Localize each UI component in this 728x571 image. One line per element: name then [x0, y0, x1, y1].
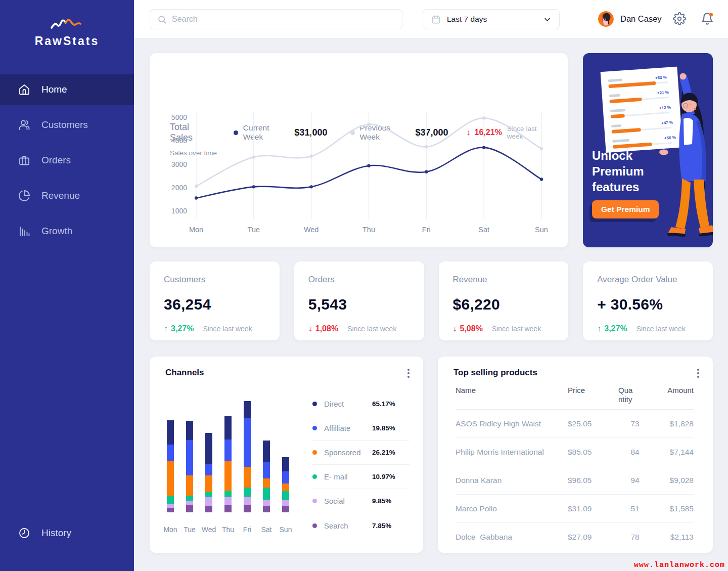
stat-card-revenue: Revenue$6,220↓5,08%Since last week [439, 261, 569, 340]
sidebar-item-orders[interactable]: Orders [0, 145, 134, 175]
app-root: RawStats HomeCustomersOrdersRevenueGrowt… [0, 0, 728, 571]
bar-segment-direct [282, 457, 289, 471]
notifications-button[interactable] [701, 12, 714, 25]
bar-segment-social [263, 500, 270, 506]
channels-bar-tue [180, 399, 199, 512]
svg-text:+63 %: +63 % [655, 75, 666, 80]
product-row: Dolce Gabbana$27.0978$2,113 [456, 523, 694, 551]
bar-segment-email [224, 491, 232, 497]
avatar[interactable] [598, 11, 614, 27]
svg-text:Wed: Wed [304, 226, 319, 234]
bar-segment-social [186, 501, 193, 505]
svg-text:5000: 5000 [171, 113, 187, 121]
bar-segment-social [224, 497, 232, 505]
products-menu-button[interactable] [694, 369, 703, 379]
bar-segment-direct [205, 433, 212, 464]
bar-segment-affilliate [263, 462, 270, 478]
products-title: Top selling products [453, 368, 537, 378]
logo-text: RawStats [0, 34, 134, 48]
channels-legend-affilliate: Affilliate19.85% [312, 416, 410, 441]
products-table: NamePriceQua ntityAmount ASOS Ridley Hig… [456, 386, 694, 551]
stat-card-average-order-value: Average Order Value+ 30.56%↑3,27%Since l… [583, 261, 713, 340]
products-table-header: NamePriceQua ntityAmount [456, 386, 694, 410]
premium-heading: Unlock Premium features [592, 148, 673, 195]
bell-icon [701, 12, 714, 25]
topbar: Last 7 days Dan Casey [134, 0, 728, 38]
clock-icon [18, 527, 30, 539]
channels-title: Channels [165, 368, 204, 378]
stat-value: $6,220 [453, 296, 555, 313]
watermark: www.lanlanwork.com [634, 561, 725, 569]
users-icon [18, 119, 30, 131]
channels-bar-thu [218, 399, 238, 512]
briefcase-icon [18, 154, 30, 166]
product-row: Donna Karan$96.0594$9,028 [456, 466, 694, 495]
sidebar-footer: History [0, 518, 134, 553]
svg-text:4000: 4000 [171, 137, 187, 145]
product-row: Philip Morris International$85.0584$7,14… [456, 438, 694, 466]
premium-card: +63 % +21 % +12 % +47 % [583, 53, 713, 247]
svg-text:Sat: Sat [478, 226, 489, 234]
top-selling-products-card: Top selling products NamePriceQua ntityA… [438, 357, 713, 553]
svg-text:+56 %: +56 % [664, 135, 676, 141]
sidebar-item-home[interactable]: Home [0, 74, 134, 105]
bar-segment-affilliate [167, 445, 174, 461]
channels-x-label: Wed [199, 525, 218, 534]
bar-segment-email [282, 491, 289, 500]
channels-bar-chart [161, 399, 295, 512]
sidebar-item-revenue[interactable]: Revenue [0, 181, 134, 211]
svg-text:1000: 1000 [171, 207, 187, 215]
channels-legend-sponsored: Sponsored26.21% [312, 441, 410, 465]
total-sales-card: Total Sales Current Week $31,000 Previou… [150, 53, 568, 247]
svg-text:Fri: Fri [422, 226, 431, 234]
bar-segment-affilliate [224, 440, 232, 461]
product-row: Marco Pollo$31.0951$1,585 [456, 495, 694, 523]
channels-x-label: Sun [276, 525, 295, 534]
bar-segment-search [167, 508, 174, 512]
svg-text:Thu: Thu [362, 226, 375, 234]
channels-bar-fri [238, 399, 257, 512]
sidebar-nav: HomeCustomersOrdersRevenueGrowth [0, 74, 134, 251]
search-input[interactable] [172, 15, 402, 24]
bar-segment-affilliate [186, 440, 193, 475]
sidebar-item-history[interactable]: History [0, 518, 134, 548]
bar-segment-sponsored [282, 484, 289, 491]
sidebar-item-customers[interactable]: Customers [0, 110, 134, 140]
svg-text:3000: 3000 [171, 160, 187, 168]
product-row: ASOS Ridley High Waist$25.0573$1,828 [456, 410, 694, 438]
bars-icon [18, 225, 30, 237]
bar-segment-search [224, 505, 232, 512]
notification-dot [709, 13, 713, 16]
stat-card-orders: Orders5,543↓1,08%Since last week [294, 261, 424, 340]
bar-segment-sponsored [263, 478, 270, 488]
sidebar: RawStats HomeCustomersOrdersRevenueGrowt… [0, 0, 134, 571]
bar-segment-social [244, 497, 251, 505]
stat-value: 5,543 [308, 296, 410, 313]
channels-legend-email: E- mail10.97% [312, 465, 410, 489]
date-range-select[interactable]: Last 7 days [423, 9, 560, 29]
channels-legend-search: Search7.85% [312, 513, 410, 538]
date-range-value: Last 7 days [447, 15, 487, 24]
bar-segment-sponsored [186, 475, 193, 496]
bar-segment-sponsored [167, 461, 174, 496]
channels-x-label: Sat [257, 525, 276, 534]
channels-bar-sat [257, 399, 276, 512]
channels-x-label: Thu [218, 525, 238, 534]
channels-legend-social: Social9.85% [312, 489, 410, 513]
column-header-price: Price [568, 386, 618, 395]
products-table-body: ASOS Ridley High Waist$25.0573$1,828Phil… [456, 410, 694, 551]
gear-icon [673, 12, 686, 25]
bar-segment-direct [244, 401, 251, 418]
column-header-qty: Qua ntity [618, 386, 652, 404]
channels-x-label: Tue [180, 525, 199, 534]
stat-card-customers: Customers36,254↑3,27%Since last week [150, 261, 280, 340]
channels-menu-button[interactable] [404, 369, 413, 379]
search-box[interactable] [150, 9, 402, 29]
svg-text:Mon: Mon [189, 226, 203, 234]
settings-button[interactable] [673, 12, 686, 25]
get-premium-button[interactable]: Get Premium [592, 200, 659, 218]
stat-cards-row: Customers36,254↑3,27%Since last weekOrde… [150, 261, 713, 340]
sidebar-item-growth[interactable]: Growth [0, 216, 134, 246]
svg-text:Sun: Sun [535, 226, 548, 234]
home-icon [18, 83, 30, 96]
